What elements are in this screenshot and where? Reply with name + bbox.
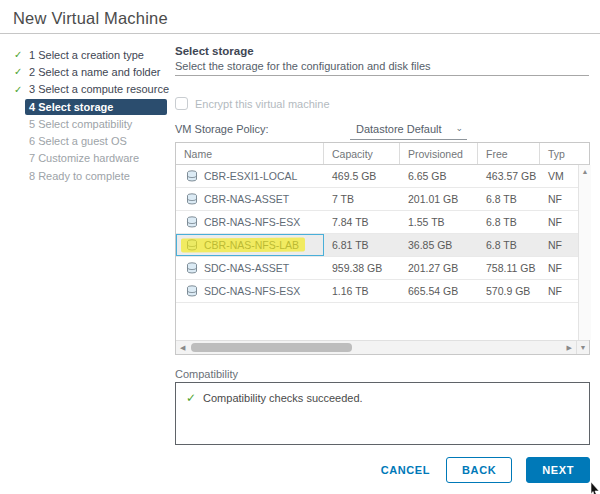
column-header-name[interactable]: Name [176,143,324,164]
next-button[interactable]: NEXT [526,457,590,483]
wizard-footer: CANCEL BACK NEXT [175,457,590,483]
wizard-step-8[interactable]: 8 Ready to complete [14,167,167,184]
datastore-type-cell: NF [540,211,578,233]
success-check-icon: ✓ [186,391,196,405]
column-header-free[interactable]: Free [478,143,540,164]
step-completed-check-icon: ✓ [14,66,25,77]
datastore-table: NameCapacityProvisionedFreeTyp CBR-ESXI1… [175,142,590,355]
datastore-provisioned-cell: 1.55 TB [400,211,478,233]
horizontal-scroll-thumb[interactable] [191,343,351,352]
datastore-capacity-cell: 7 TB [324,188,400,210]
back-button[interactable]: BACK [446,457,512,483]
wizard-steps: ✓1 Select a creation type✓2 Select a nam… [14,46,167,184]
wizard-step-label: 2 Select a name and folder [25,65,167,79]
datastore-capacity-cell: 6.81 TB [324,234,400,256]
datastore-row[interactable]: SDC-NAS-NFS-ESX1.16 TB665.54 GB570.9 GBN… [176,280,578,303]
wizard-step-7[interactable]: 7 Customize hardware [14,150,167,167]
datastore-type-cell: NF [540,188,578,210]
datastore-icon [186,193,198,205]
column-header-typ[interactable]: Typ [540,143,589,164]
wizard-step-label: 5 Select compatibility [25,117,167,131]
datastore-provisioned-cell: 201.01 GB [400,188,478,210]
encrypt-vm-label: Encrypt this virtual machine [195,98,330,110]
scroll-right-icon[interactable]: ▶ [563,344,576,351]
horizontal-scrollbar[interactable]: ◀ ▶ [176,341,576,354]
datastore-capacity-cell: 1.16 TB [324,280,400,302]
scroll-up-icon[interactable]: ▲ [582,165,589,178]
datastore-name: CBR-NAS-NFS-ESX [204,216,300,228]
datastore-name-cell[interactable]: CBR-NAS-ASSET [176,188,324,210]
datastore-name-cell[interactable]: SDC-NAS-ASSET [176,257,324,279]
datastore-free-cell: 758.11 GB [478,257,540,279]
cancel-button[interactable]: CANCEL [379,458,432,482]
datastore-provisioned-cell: 36.85 GB [400,234,478,256]
chevron-down-icon: ⌄ [455,124,463,133]
datastore-name: CBR-NAS-NFS-LAB [204,239,299,251]
wizard-step-label: 6 Select a guest OS [25,134,167,148]
title-divider [0,33,600,34]
datastore-name-cell[interactable]: CBR-NAS-NFS-LAB [176,234,324,256]
datastore-provisioned-cell: 6.65 GB [400,165,478,187]
wizard-step-label: 1 Select a creation type [25,48,167,62]
vm-storage-policy-value: Datastore Default [356,123,442,135]
datastore-row[interactable]: CBR-NAS-NFS-LAB6.81 TB36.85 GB6.8 TBNF [176,234,578,257]
scroll-left-icon[interactable]: ◀ [176,344,189,351]
compatibility-panel: ✓ Compatibility checks succeeded. [175,382,590,445]
datastore-name: CBR-NAS-ASSET [204,193,289,205]
datastore-name-cell[interactable]: SDC-NAS-NFS-ESX [176,280,324,302]
vertical-scrollbar[interactable]: ▲ [578,165,591,340]
wizard-step-3[interactable]: ✓3 Select a compute resource [14,81,167,98]
datastore-provisioned-cell: 201.27 GB [400,257,478,279]
datastore-row[interactable]: CBR-NAS-ASSET7 TB201.01 GB6.8 TBNF [176,188,578,211]
datastore-icon [186,216,198,228]
datastore-icon [186,285,198,297]
datastore-row[interactable]: SDC-NAS-ASSET959.38 GB201.27 GB758.11 GB… [176,257,578,280]
vm-storage-policy-select[interactable]: Datastore Default ⌄ [350,120,467,140]
wizard-step-label: 7 Customize hardware [25,151,167,165]
mouse-cursor-icon [588,482,600,494]
vm-storage-policy-label: VM Storage Policy: [175,123,269,135]
horizontal-scrollbar-row: ◀ ▶ ▼ [176,340,589,354]
compatibility-status: ✓ Compatibility checks succeeded. [186,391,579,405]
datastore-name: CBR-ESXI1-LOCAL [204,170,297,182]
scroll-down-icon[interactable]: ▼ [580,341,587,354]
datastore-name: SDC-NAS-NFS-ESX [204,285,300,297]
datastore-name-cell[interactable]: CBR-NAS-NFS-ESX [176,211,324,233]
step-subheading: Select the storage for the configuration… [175,60,431,72]
compatibility-message: Compatibility checks succeeded. [203,392,363,404]
step-heading: Select storage [175,45,254,57]
wizard-step-label: 8 Ready to complete [25,169,167,183]
datastore-free-cell: 6.8 TB [478,211,540,233]
datastore-capacity-cell: 7.84 TB [324,211,400,233]
horizontal-scroll-track[interactable] [189,343,562,352]
step-completed-check-icon: ✓ [14,49,25,60]
wizard-step-2[interactable]: ✓2 Select a name and folder [14,63,167,80]
encrypt-vm-checkbox[interactable] [175,97,188,110]
vm-storage-policy-row: VM Storage Policy: Datastore Default ⌄ [175,120,589,140]
datastore-type-cell: VM [540,165,578,187]
column-header-provisioned[interactable]: Provisioned [400,143,478,164]
wizard-step-label: 4 Select storage [25,99,167,115]
datastore-free-cell: 6.8 TB [478,234,540,256]
heading-divider [175,75,589,76]
datastore-free-cell: 570.9 GB [478,280,540,302]
column-header-capacity[interactable]: Capacity [324,143,400,164]
datastore-capacity-cell: 469.5 GB [324,165,400,187]
datastore-type-cell: NF [540,280,578,302]
datastore-provisioned-cell: 665.54 GB [400,280,478,302]
wizard-step-4[interactable]: 4 Select storage [14,98,167,115]
datastore-table-header: NameCapacityProvisionedFreeTyp [176,143,589,165]
datastore-name: SDC-NAS-ASSET [204,262,289,274]
wizard-step-5[interactable]: 5 Select compatibility [14,115,167,132]
wizard-step-6[interactable]: 6 Select a guest OS [14,132,167,149]
encrypt-vm-option: Encrypt this virtual machine [175,97,330,110]
datastore-icon [186,262,198,274]
datastore-icon [186,239,198,251]
compatibility-label: Compatibility [175,368,238,380]
new-vm-wizard-dialog: { "window": { "title": "New Virtual Mach… [0,0,600,494]
wizard-step-label: 3 Select a compute resource [25,82,173,96]
datastore-row[interactable]: CBR-ESXI1-LOCAL469.5 GB6.65 GB463.57 GBV… [176,165,578,188]
datastore-row[interactable]: CBR-NAS-NFS-ESX7.84 TB1.55 TB6.8 TBNF [176,211,578,234]
wizard-step-1[interactable]: ✓1 Select a creation type [14,46,167,63]
datastore-name-cell[interactable]: CBR-ESXI1-LOCAL [176,165,324,187]
